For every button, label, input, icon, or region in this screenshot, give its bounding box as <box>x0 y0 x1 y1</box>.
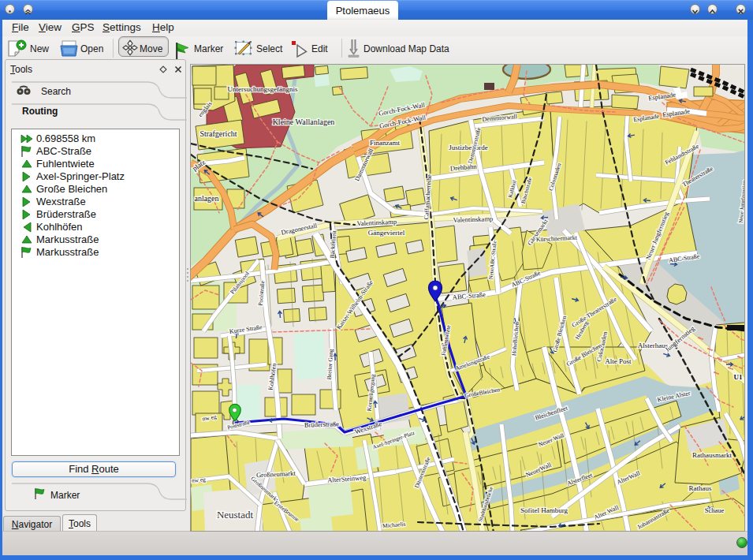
svg-text:Valentinskamp: Valentinskamp <box>453 215 493 224</box>
svg-text:Gängeviertel: Gängeviertel <box>368 229 405 237</box>
svg-text:Strafgericht: Strafgericht <box>199 129 237 138</box>
svg-text:Schaue: Schaue <box>705 506 725 514</box>
svg-text:Sofitel Hamburg: Sofitel Hamburg <box>520 506 568 514</box>
svg-text:anlagen: anlagen <box>194 194 218 203</box>
svg-text:Alte Post: Alte Post <box>605 357 632 365</box>
svg-text:Finanzamt: Finanzamt <box>370 139 400 147</box>
svg-text:Brüderstraße: Brüderstraße <box>304 420 339 429</box>
svg-text:Kleine Wallanlagen: Kleine Wallanlagen <box>273 118 335 126</box>
svg-text:Neustadt: Neustadt <box>217 509 254 521</box>
svg-text:Rathaus: Rathaus <box>689 484 712 492</box>
svg-text:Rathausmarkt: Rathausmarkt <box>692 451 732 459</box>
svg-text:Untersuchungsgefängnis: Untersuchungsgefängnis <box>228 85 298 93</box>
svg-text:U1: U1 <box>734 373 743 381</box>
svg-text:Justizbehörde: Justizbehörde <box>449 144 488 151</box>
svg-text:nw eg: nw eg <box>191 476 206 484</box>
